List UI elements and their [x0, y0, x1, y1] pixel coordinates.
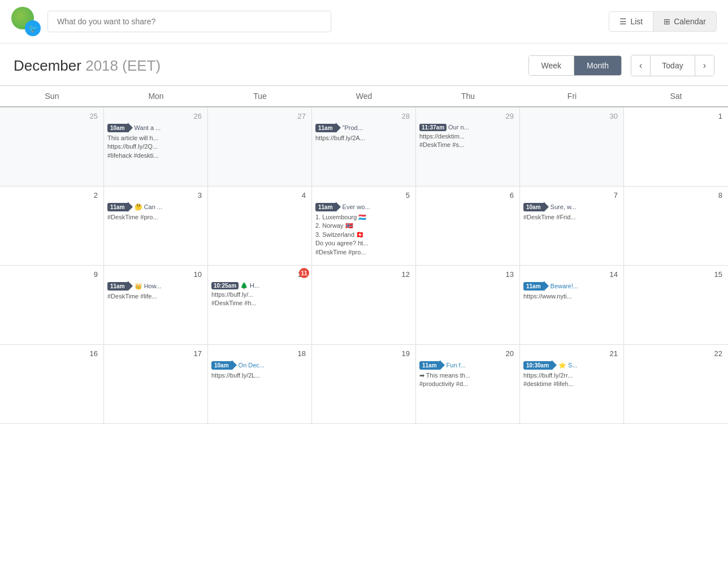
calendar-event[interactable]: 10amOn Dec...https://buff.ly/2L... [211, 360, 308, 380]
day-header-tue: Tue [208, 86, 312, 106]
event-body-line: #DeskTime #pro... [107, 213, 204, 222]
cal-cell: 16 [0, 345, 104, 424]
event-arrow-icon [336, 123, 341, 133]
event-title: Fun f... [447, 362, 466, 369]
event-title: "Prod... [343, 124, 363, 131]
event-time-badge: 10:30am [523, 361, 552, 370]
day-header-sat: Sat [624, 86, 728, 106]
cell-number: 28 [315, 111, 412, 123]
event-time-badge: 11am [107, 203, 128, 211]
event-body-line: Do you agree? ht... [315, 239, 412, 248]
cell-number: 27 [211, 111, 308, 123]
calendar-event[interactable]: 10amSure, w...#DeskTime #Frid... [523, 202, 620, 222]
calendar-event[interactable]: 11am🤔 Can ...#DeskTime #pro... [107, 202, 204, 222]
event-title: ⭐ S... [558, 362, 578, 369]
search-input[interactable] [47, 11, 331, 32]
event-body-line: #DeskTime #life... [107, 292, 204, 301]
week-button[interactable]: Week [529, 56, 575, 75]
cal-cell: 2110:30am⭐ S...https://buff.ly/2rr...#de… [520, 345, 624, 424]
cell-number: 1 [627, 111, 725, 123]
notification-badge: 11 [299, 268, 309, 278]
cal-cell: 25 [0, 107, 104, 187]
event-body-line: This article will h... [107, 134, 204, 142]
calendar-grid: SunMonTueWedThuFriSat 252610amWant a ...… [0, 85, 728, 424]
calendar-event[interactable]: 11amFun f...➡ This means th...#productiv… [419, 360, 516, 389]
event-title: 👑 How... [135, 283, 162, 290]
event-body-line: 1. Luxembourg 🇱🇺 [315, 213, 412, 222]
event-time-badge: 11:37am [419, 124, 447, 131]
cal-cell: 30 [520, 107, 624, 187]
event-body-line: https://buff.ly/2Q... [107, 142, 204, 151]
month-button[interactable]: Month [574, 56, 621, 75]
view-toggle: ☰ List ⊞ Calendar [609, 11, 717, 32]
cell-number: 26 [107, 111, 204, 123]
cal-cell: 1810amOn Dec...https://buff.ly/2L... [208, 345, 312, 424]
calendar-event[interactable]: 10:30am⭐ S...https://buff.ly/2rr...#desk… [523, 360, 620, 389]
cell-number: 6 [419, 190, 516, 202]
cell-number: 11 [211, 269, 308, 281]
event-time-badge: 10:25am [211, 282, 239, 289]
event-body-line: https://buff.ly/2rr... [523, 371, 620, 380]
day-header-sun: Sun [0, 86, 104, 106]
event-title: On Dec... [239, 362, 265, 369]
app-logo: 🐦 [11, 7, 41, 36]
event-body-line: https://www.nyti... [523, 292, 620, 301]
list-view-button[interactable]: ☰ List [609, 12, 653, 31]
event-arrow-icon [544, 281, 549, 291]
calendar-event[interactable]: 11am👑 How...#DeskTime #life... [107, 281, 204, 301]
event-body-line: https://buff.ly/... [211, 291, 308, 299]
cal-cell: 2011amFun f...➡ This means th...#product… [416, 345, 520, 424]
cal-cell: 710amSure, w...#DeskTime #Frid... [520, 187, 624, 266]
cal-cell: 311am🤔 Can ...#DeskTime #pro... [104, 187, 208, 266]
cal-cell: 511amEver wo...1. Luxembourg 🇱🇺2. Norway… [312, 187, 416, 266]
title-year-tz: 2018 (EET) [85, 57, 161, 74]
list-icon: ☰ [619, 17, 627, 26]
week-month-toggle: Week Month [528, 55, 622, 76]
nav-controls: ‹ Today › [631, 55, 714, 76]
calendar-event[interactable]: 10amWant a ...This article will h...http… [107, 123, 204, 160]
calendar-view-button[interactable]: ⊞ Calendar [653, 12, 716, 31]
today-button[interactable]: Today [650, 55, 695, 76]
calendar-event[interactable]: 11amBeware!...https://www.nyti... [523, 281, 620, 301]
event-body-line: ➡ This means th... [419, 371, 516, 380]
event-time-badge: 11am [315, 124, 336, 132]
cell-number: 12 [315, 269, 412, 281]
cell-number: 22 [627, 348, 725, 360]
event-time-badge: 10am [211, 361, 232, 370]
list-label: List [630, 17, 643, 26]
calendar-event[interactable]: 11amEver wo...1. Luxembourg 🇱🇺2. Norway … [315, 202, 412, 257]
cell-number: 19 [315, 348, 412, 360]
event-time-badge: 11am [107, 282, 128, 291]
cell-number: 15 [627, 269, 725, 281]
next-button[interactable]: › [695, 55, 714, 76]
event-arrow-icon [128, 123, 133, 133]
event-time-badge: 11am [523, 282, 544, 291]
event-body-line: 2. Norway 🇳🇴 [315, 222, 412, 230]
calendar-event[interactable]: 11am"Prod...https://buff.ly/2A... [315, 123, 412, 142]
event-arrow-icon [544, 202, 549, 212]
cell-number: 29 [419, 111, 516, 123]
event-body-line: #DeskTime #s... [419, 141, 516, 149]
cell-number: 25 [3, 111, 100, 123]
event-time-badge: 11am [419, 361, 440, 370]
cal-cell: 111110:25am🌲 H...https://buff.ly/...#Des… [208, 266, 312, 345]
event-arrow-icon [440, 360, 445, 370]
event-time-badge: 10am [107, 124, 128, 132]
cal-cell: 9 [0, 266, 104, 345]
event-body-line: https://buff.ly/2L... [211, 371, 308, 380]
cell-number: 4 [211, 190, 308, 202]
cell-number: 30 [523, 111, 620, 123]
event-title: Sure, w... [551, 203, 577, 210]
event-title: 🤔 Can ... [135, 203, 162, 211]
cell-number: 18 [211, 348, 308, 360]
event-body-line: #DeskTime #h... [211, 299, 308, 307]
calendar-event[interactable]: 10:25am🌲 H...https://buff.ly/...#DeskTim… [211, 281, 308, 308]
cal-cell: 27 [208, 107, 312, 187]
prev-button[interactable]: ‹ [631, 55, 650, 76]
event-title: Our n... [448, 124, 469, 131]
cell-number: 21 [523, 348, 620, 360]
cal-cell: 15 [624, 266, 728, 345]
event-body-line: 3. Switzerland 🇨🇭 [315, 231, 412, 239]
cell-number: 8 [627, 190, 725, 202]
calendar-event[interactable]: 11:37amOur n...https://desktim...#DeskTi… [419, 123, 516, 150]
